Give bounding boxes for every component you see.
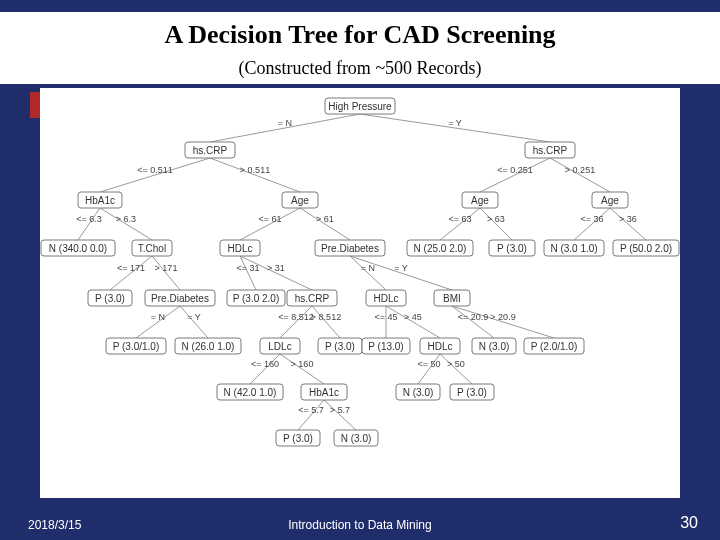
- tree-edge-label: > 61: [316, 214, 334, 224]
- tree-edge: [350, 256, 386, 290]
- tree-node-label: N (42.0 1.0): [224, 387, 277, 398]
- tree-edge: [610, 208, 646, 240]
- slide-number: 30: [680, 514, 698, 532]
- tree-edge-label: > 0.511: [240, 165, 270, 175]
- tree-edge-label: = N: [278, 118, 292, 128]
- tree-edge: [240, 256, 312, 290]
- tree-node-label: HDLc: [427, 341, 452, 352]
- tree-node-label: Pre.Diabetes: [321, 243, 379, 254]
- tree-node-label: HDLc: [227, 243, 252, 254]
- tree-edge-label: <= 31: [236, 263, 259, 273]
- tree-node-label: hs.CRP: [533, 145, 568, 156]
- tree-edge-label: <= 50: [417, 359, 440, 369]
- tree-node-label: HbA1c: [85, 195, 115, 206]
- tree-edge-label: <= 0.511: [137, 165, 173, 175]
- tree-node-label: LDLc: [268, 341, 291, 352]
- tree-edge-label: > 20.9: [490, 312, 515, 322]
- tree-node-label: HDLc: [373, 293, 398, 304]
- tree-edge: [152, 256, 180, 290]
- tree-node-label: P (3.0): [497, 243, 527, 254]
- tree-node-label: P (13.0): [368, 341, 403, 352]
- tree-svg: High Pressurehs.CRPhs.CRPHbA1cAgeAgeAgeN…: [40, 88, 680, 498]
- tree-edge-label: > 5.7: [330, 405, 350, 415]
- tree-edge: [136, 306, 180, 338]
- slide-subtitle: (Constructed from ~500 Records): [0, 56, 720, 81]
- tree-edge: [480, 158, 550, 192]
- tree-node-label: Age: [291, 195, 309, 206]
- tree-node-label: BMI: [443, 293, 461, 304]
- tree-edge: [312, 306, 340, 338]
- tree-edge-label: <= 0.251: [497, 165, 533, 175]
- tree-edge: [550, 158, 610, 192]
- tree-edge-label: > 8.512: [311, 312, 341, 322]
- tree-edge-label: <= 5.7: [298, 405, 324, 415]
- tree-edge-label: = N: [151, 312, 165, 322]
- tree-node-label: P (2.0/1.0): [531, 341, 578, 352]
- tree-node-label: hs.CRP: [193, 145, 228, 156]
- tree-node-label: N (3.0): [479, 341, 510, 352]
- tree-edge-label: > 45: [404, 312, 422, 322]
- tree-edge-label: <= 36: [580, 214, 603, 224]
- tree-edge: [386, 306, 440, 338]
- tree-node-label: P (3.0/1.0): [113, 341, 160, 352]
- tree-edge-label: <= 20.9: [458, 312, 489, 322]
- tree-edge: [110, 256, 152, 290]
- tree-edge-label: <= 63: [448, 214, 471, 224]
- tree-edge-label: > 6.3: [116, 214, 136, 224]
- tree-node-label: T.Chol: [138, 243, 166, 254]
- tree-edge: [100, 158, 210, 192]
- tree-edge: [480, 208, 512, 240]
- tree-node-label: HbA1c: [309, 387, 339, 398]
- tree-node-label: N (26.0 1.0): [182, 341, 235, 352]
- tree-edge: [78, 208, 100, 240]
- tree-edge: [440, 208, 480, 240]
- tree-node-label: N (3.0): [403, 387, 434, 398]
- footer: 2018/3/15 Introduction to Data Mining 30: [0, 512, 720, 532]
- tree-edge-label: > 160: [291, 359, 314, 369]
- tree-node-label: P (3.0): [457, 387, 487, 398]
- tree-edge-label: <= 6.3: [76, 214, 102, 224]
- tree-edge: [574, 208, 610, 240]
- tree-edge-label: <= 171: [117, 263, 145, 273]
- tree-edge-label: <= 160: [251, 359, 279, 369]
- tree-edge: [210, 158, 300, 192]
- tree-edge-label: > 63: [487, 214, 505, 224]
- tree-node-label: N (3.0): [341, 433, 372, 444]
- tree-edge-label: <= 61: [258, 214, 281, 224]
- tree-edge: [300, 208, 350, 240]
- tree-node-label: Pre.Diabetes: [151, 293, 209, 304]
- tree-edge: [452, 306, 554, 338]
- tree-edge-label: = Y: [394, 263, 408, 273]
- tree-node-label: P (50.0 2.0): [620, 243, 672, 254]
- tree-edge-label: <= 45: [374, 312, 397, 322]
- tree-edge-label: > 171: [155, 263, 178, 273]
- tree-node-label: P (3.0): [283, 433, 313, 444]
- tree-edge-label: > 0.251: [565, 165, 595, 175]
- tree-node-label: Age: [471, 195, 489, 206]
- tree-edge: [350, 256, 452, 290]
- tree-edge: [452, 306, 494, 338]
- tree-node-label: N (340.0 0.0): [49, 243, 107, 254]
- footer-title: Introduction to Data Mining: [0, 518, 720, 532]
- tree-edge: [280, 306, 312, 338]
- tree-edge-label: = N: [361, 263, 375, 273]
- tree-node-label: High Pressure: [328, 101, 392, 112]
- tree-edge-label: <= 8.512: [278, 312, 314, 322]
- tree-edge: [240, 208, 300, 240]
- decision-tree-diagram: High Pressurehs.CRPhs.CRPHbA1cAgeAgeAgeN…: [40, 88, 680, 498]
- tree-node-label: P (3.0): [95, 293, 125, 304]
- tree-node-label: N (25.0 2.0): [414, 243, 467, 254]
- tree-edge: [180, 306, 208, 338]
- tree-edge: [100, 208, 152, 240]
- tree-edge-label: > 31: [267, 263, 285, 273]
- tree-node-label: P (3.0): [325, 341, 355, 352]
- slide: A Decision Tree for CAD Screening (Const…: [0, 0, 720, 540]
- tree-edge-label: = Y: [448, 118, 462, 128]
- tree-edge: [240, 256, 256, 290]
- tree-edge-label: > 50: [447, 359, 465, 369]
- tree-node-label: P (3.0 2.0): [233, 293, 280, 304]
- tree-edge-label: > 36: [619, 214, 637, 224]
- tree-node-label: hs.CRP: [295, 293, 330, 304]
- slide-title: A Decision Tree for CAD Screening: [0, 18, 720, 52]
- tree-node-label: N (3.0 1.0): [550, 243, 597, 254]
